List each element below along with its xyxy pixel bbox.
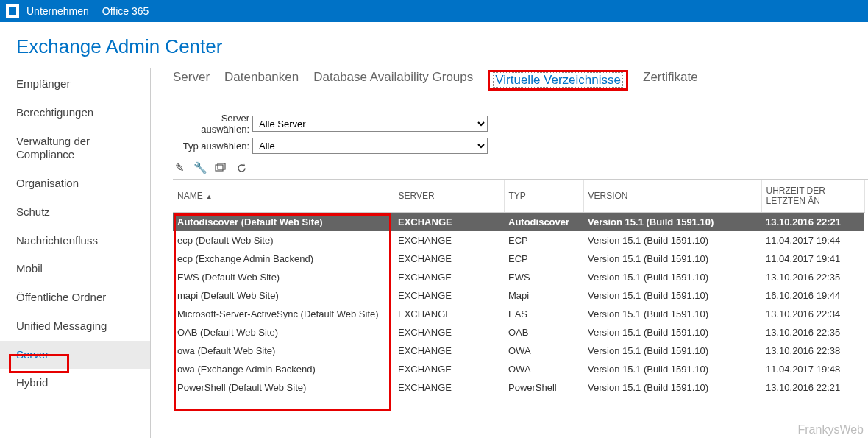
type-select[interactable]: Alle	[252, 138, 488, 154]
cell-server: EXCHANGE	[394, 268, 504, 286]
wrench-icon[interactable]: 🔧	[193, 161, 207, 174]
table-row[interactable]: PowerShell (Default Web Site)EXCHANGEPow…	[173, 378, 864, 397]
edit-icon[interactable]: ✎	[173, 161, 186, 174]
cell-time: 13.10.2016 22:38	[761, 342, 864, 360]
table-row[interactable]: Microsoft-Server-ActiveSync (Default Web…	[173, 305, 864, 323]
server-select-label: Server auswählen:	[173, 113, 252, 135]
cell-typ: EAS	[504, 305, 583, 323]
type-select-label: Typ auswählen:	[173, 141, 252, 152]
watermark: FrankysWeb	[797, 423, 864, 437]
col-version[interactable]: VERSION	[583, 180, 761, 213]
cell-time: 13.10.2016 22:34	[761, 305, 864, 323]
cell-typ: ECP	[504, 250, 583, 268]
cell-name: mapi (Default Web Site)	[173, 286, 394, 305]
sidebar-item-server[interactable]: Server	[0, 341, 150, 370]
cell-version: Version 15.1 (Build 1591.10)	[583, 360, 761, 378]
cell-typ: Mapi	[504, 286, 583, 305]
table: NAME▲ SERVER TYP VERSION UHRZEIT DER LET…	[173, 179, 868, 397]
toolbar: ✎ 🔧	[173, 161, 868, 174]
sidebar-item-verwaltung-der-compliance[interactable]: Verwaltung der Compliance	[0, 127, 150, 170]
sidebar-item-empf-nger[interactable]: Empfänger	[0, 70, 150, 99]
cell-server: EXCHANGE	[394, 286, 504, 305]
cell-server: EXCHANGE	[394, 323, 504, 342]
cell-version: Version 15.1 (Build 1591.10)	[583, 286, 761, 305]
sidebar-item-organisation[interactable]: Organisation	[0, 169, 150, 198]
cell-server: EXCHANGE	[394, 360, 504, 378]
table-row[interactable]: ecp (Exchange Admin Backend)EXCHANGEECPV…	[173, 250, 864, 268]
refresh-icon[interactable]	[235, 161, 248, 174]
sort-asc-icon: ▲	[206, 193, 213, 200]
cell-server: EXCHANGE	[394, 250, 504, 268]
page-title: Exchange Admin Center	[0, 22, 868, 68]
sidebar-item-mobil[interactable]: Mobil	[0, 255, 150, 283]
cell-time: 16.10.2016 19:44	[761, 286, 864, 305]
svg-rect-0	[216, 165, 223, 171]
table-row[interactable]: owa (Exchange Admin Backend)EXCHANGEOWAV…	[173, 360, 864, 378]
cell-version: Version 15.1 (Build 1591.10)	[583, 213, 761, 232]
cell-version: Version 15.1 (Build 1591.10)	[583, 378, 761, 397]
cell-time: 13.10.2016 22:21	[761, 213, 864, 232]
cell-typ: OAB	[504, 323, 583, 342]
tab-zertifikate[interactable]: Zertifikate	[643, 70, 698, 91]
reset-icon[interactable]	[214, 161, 227, 174]
table-row[interactable]: owa (Default Web Site)EXCHANGEOWAVersion…	[173, 342, 864, 360]
topbar-company[interactable]: Unternehmen	[26, 5, 89, 17]
sidebar: EmpfängerBerechtigungenVerwaltung der Co…	[0, 68, 151, 438]
cell-name: Microsoft-Server-ActiveSync (Default Web…	[173, 305, 394, 323]
sidebar-item--ffentliche-ordner[interactable]: Öffentliche Ordner	[0, 283, 150, 312]
table-row[interactable]: Autodiscover (Default Web Site)EXCHANGEA…	[173, 213, 864, 232]
tabs: ServerDatenbankenDatabase Availability G…	[173, 70, 868, 91]
sidebar-item-nachrichtenfluss[interactable]: Nachrichtenfluss	[0, 227, 150, 255]
cell-time: 13.10.2016 22:35	[761, 268, 864, 286]
cell-time: 13.10.2016 22:21	[761, 378, 864, 397]
cell-time: 13.10.2016 22:35	[761, 323, 864, 342]
table-row[interactable]: mapi (Default Web Site)EXCHANGEMapiVersi…	[173, 286, 864, 305]
cell-typ: Autodiscover	[504, 213, 583, 232]
cell-version: Version 15.1 (Build 1591.10)	[583, 323, 761, 342]
table-row[interactable]: OAB (Default Web Site)EXCHANGEOABVersion…	[173, 323, 864, 342]
cell-version: Version 15.1 (Build 1591.10)	[583, 342, 761, 360]
cell-typ: OWA	[504, 342, 583, 360]
cell-name: owa (Default Web Site)	[173, 342, 394, 360]
cell-server: EXCHANGE	[394, 342, 504, 360]
cell-version: Version 15.1 (Build 1591.10)	[583, 250, 761, 268]
cell-typ: EWS	[504, 268, 583, 286]
cell-version: Version 15.1 (Build 1591.10)	[583, 305, 761, 323]
cell-server: EXCHANGE	[394, 213, 504, 232]
cell-time: 11.04.2017 19:41	[761, 250, 864, 268]
cell-server: EXCHANGE	[394, 378, 504, 397]
col-typ[interactable]: TYP	[504, 180, 583, 213]
cell-typ: PowerShell	[504, 378, 583, 397]
filters: Server auswählen: Alle Server Typ auswäh…	[173, 113, 868, 154]
cell-name: Autodiscover (Default Web Site)	[173, 213, 394, 232]
annotation-highlight-tab: Virtuelle Verzeichnisse	[488, 70, 628, 91]
col-server[interactable]: SERVER	[394, 180, 504, 213]
sidebar-item-berechtigungen[interactable]: Berechtigungen	[0, 99, 150, 127]
office-logo-icon	[6, 4, 19, 18]
cell-name: owa (Exchange Admin Backend)	[173, 360, 394, 378]
sidebar-item-schutz[interactable]: Schutz	[0, 198, 150, 227]
col-name[interactable]: NAME▲	[173, 180, 394, 213]
sidebar-item-unified-messaging[interactable]: Unified Messaging	[0, 312, 150, 341]
tab-virtuelle-verzeichnisse[interactable]: Virtuelle Verzeichnisse	[493, 72, 623, 88]
sidebar-item-hybrid[interactable]: Hybrid	[0, 369, 150, 398]
tab-server[interactable]: Server	[173, 70, 210, 91]
cell-time: 11.04.2017 19:48	[761, 360, 864, 378]
topbar-office365[interactable]: Office 365	[102, 5, 149, 17]
table-row[interactable]: ecp (Default Web Site)EXCHANGEECPVersion…	[173, 231, 864, 250]
table-row[interactable]: EWS (Default Web Site)EXCHANGEEWSVersion…	[173, 268, 864, 286]
cell-version: Version 15.1 (Build 1591.10)	[583, 268, 761, 286]
server-select[interactable]: Alle Server	[252, 116, 488, 132]
cell-name: PowerShell (Default Web Site)	[173, 378, 394, 397]
cell-server: EXCHANGE	[394, 231, 504, 250]
cell-name: ecp (Default Web Site)	[173, 231, 394, 250]
svg-rect-1	[218, 163, 225, 169]
cell-name: ecp (Exchange Admin Backend)	[173, 250, 394, 268]
col-time[interactable]: UHRZEIT DER LETZTEN ÄN	[761, 180, 864, 213]
tab-datenbanken[interactable]: Datenbanken	[224, 70, 299, 91]
tab-database-availability-groups[interactable]: Database Availability Groups	[313, 70, 473, 91]
content-area: ServerDatenbankenDatabase Availability G…	[151, 68, 868, 438]
cell-typ: ECP	[504, 231, 583, 250]
cell-typ: OWA	[504, 360, 583, 378]
cell-server: EXCHANGE	[394, 305, 504, 323]
